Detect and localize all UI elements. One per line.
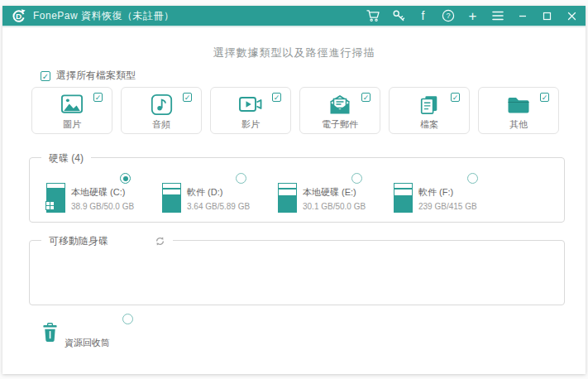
- removable-drive-section: 可移動隨身碟: [29, 240, 565, 305]
- video-icon: [238, 93, 263, 116]
- refresh-icon[interactable]: [155, 236, 165, 247]
- recycle-bin-radio[interactable]: [122, 314, 133, 324]
- drive-name: 本地硬碟 (E:): [303, 186, 366, 199]
- file-type-label: 檔案: [420, 118, 438, 131]
- folder-icon: [506, 93, 531, 116]
- drive-c-radio[interactable]: [120, 173, 131, 184]
- hard-disk-section-title: 硬碟 (4): [41, 151, 91, 166]
- file-type-label: 音頻: [152, 118, 170, 131]
- svg-text:?: ?: [446, 12, 450, 20]
- select-all-row[interactable]: ✓ 選擇所有檔案類型: [41, 69, 136, 83]
- titlebar-actions: f ? +: [366, 9, 579, 23]
- trash-icon: [41, 322, 59, 347]
- hard-disk-section: 硬碟 (4) 本地硬碟 (C:) 38.9 GB/50.0 GB: [29, 157, 565, 223]
- select-all-checkbox[interactable]: ✓: [41, 71, 50, 81]
- drive-f-radio[interactable]: [467, 173, 478, 184]
- drive-icon: [278, 183, 297, 213]
- other-checkbox[interactable]: ✓: [540, 93, 549, 102]
- drive-capacity: 239 GB/415 GB: [418, 202, 477, 211]
- maximize-button[interactable]: [540, 9, 554, 23]
- close-button[interactable]: [565, 9, 579, 23]
- drive-f[interactable]: 軟件 (F:) 239 GB/415 GB: [394, 173, 509, 213]
- audio-icon: [151, 93, 173, 116]
- image-checkbox[interactable]: ✓: [93, 93, 103, 102]
- register-key-icon[interactable]: [391, 9, 405, 23]
- document-checkbox[interactable]: ✓: [451, 93, 460, 102]
- titlebar: D FonePaw 資料恢復（未註冊） f ? +: [2, 6, 586, 27]
- cart-icon[interactable]: [366, 9, 380, 23]
- drive-name: 本地硬碟 (C:): [71, 186, 134, 199]
- drive-list: 本地硬碟 (C:) 38.9 GB/50.0 GB 軟件 (D:) 3.64 G…: [46, 173, 509, 213]
- help-icon[interactable]: ?: [441, 9, 455, 23]
- file-type-card-image[interactable]: ✓ 圖片: [31, 87, 112, 134]
- recycle-bin-item[interactable]: 資源回收筒: [40, 316, 155, 353]
- file-type-label: 影片: [241, 118, 260, 131]
- file-type-card-audio[interactable]: ✓ 音頻: [121, 87, 202, 134]
- add-icon[interactable]: +: [466, 9, 480, 23]
- drive-e[interactable]: 本地硬碟 (E:) 30.1 GB/50.0 GB: [278, 173, 394, 213]
- audio-checkbox[interactable]: ✓: [183, 93, 192, 102]
- file-type-label: 其他: [509, 118, 528, 131]
- window-title: FonePaw 資料恢復（未註冊）: [33, 9, 174, 23]
- file-type-card-email[interactable]: ✓ 電子郵件: [299, 87, 380, 134]
- email-checkbox[interactable]: ✓: [361, 93, 370, 102]
- drive-c[interactable]: 本地硬碟 (C:) 38.9 GB/50.0 GB: [46, 173, 162, 213]
- document-icon: [418, 93, 440, 116]
- email-icon: [327, 93, 352, 116]
- svg-text:D: D: [16, 12, 22, 21]
- drive-name: 軟件 (F:): [418, 186, 477, 199]
- file-type-label: 電子郵件: [322, 118, 358, 131]
- video-checkbox[interactable]: ✓: [272, 93, 281, 102]
- menu-icon[interactable]: [490, 9, 504, 23]
- recycle-bin-label: 資源回收筒: [65, 337, 110, 349]
- drive-capacity: 30.1 GB/50.0 GB: [303, 202, 366, 211]
- drive-capacity: 38.9 GB/50.0 GB: [71, 202, 134, 211]
- page-title: 選擇數據類型以及路徑進行掃描: [2, 46, 586, 60]
- removable-section-title: 可移動隨身碟: [49, 234, 108, 248]
- select-all-label: 選擇所有檔案類型: [56, 69, 136, 83]
- file-type-cards: ✓ 圖片 ✓ 音頻 ✓ 影片 ✓ 電子郵件: [31, 87, 559, 134]
- file-type-card-other[interactable]: ✓ 其他: [478, 87, 559, 134]
- drive-icon: [46, 183, 65, 213]
- file-type-card-document[interactable]: ✓ 檔案: [389, 87, 470, 134]
- drive-capacity: 3.64 GB/5.89 GB: [187, 202, 250, 211]
- windows-logo-icon: [45, 201, 55, 210]
- app-window: D FonePaw 資料恢復（未註冊） f ? +: [2, 6, 586, 374]
- drive-d-radio[interactable]: [236, 173, 246, 184]
- file-type-card-video[interactable]: ✓ 影片: [210, 87, 291, 134]
- image-icon: [60, 93, 84, 116]
- drive-e-radio[interactable]: [351, 173, 362, 184]
- drive-icon: [394, 183, 413, 213]
- drive-name: 軟件 (D:): [187, 186, 250, 199]
- app-logo-icon: D: [11, 8, 26, 24]
- minimize-button[interactable]: [515, 9, 529, 23]
- drive-icon: [162, 183, 181, 213]
- file-type-label: 圖片: [63, 118, 81, 131]
- drive-d[interactable]: 軟件 (D:) 3.64 GB/5.89 GB: [162, 173, 278, 213]
- facebook-icon[interactable]: f: [416, 9, 430, 23]
